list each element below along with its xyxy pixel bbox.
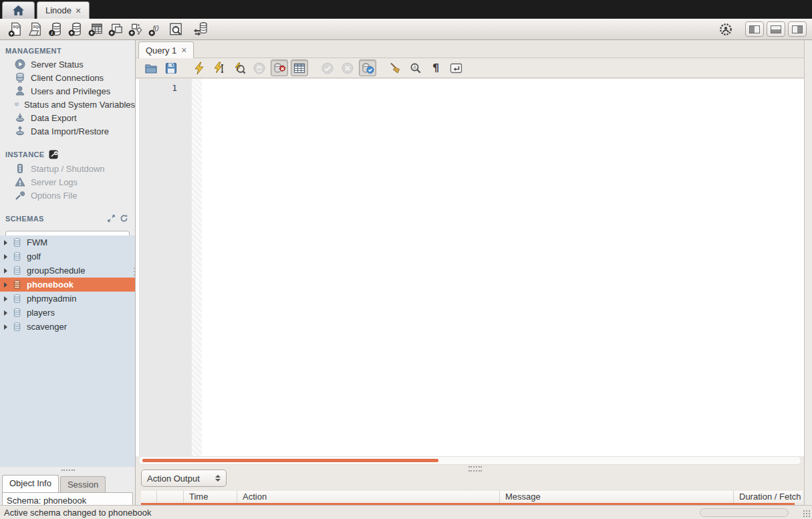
sidebar-item-status-system-variables[interactable]: Status and System Variables <box>0 98 135 111</box>
explain-magnifier-bolt-icon <box>233 62 246 75</box>
bottom-panel-icon <box>771 25 781 33</box>
beautify-script-button[interactable] <box>387 60 404 76</box>
expand-arrow-icon[interactable] <box>4 324 7 330</box>
view-plus-icon <box>108 21 124 37</box>
schema-row-fwm[interactable]: FWM <box>0 235 135 249</box>
sidebar-item-users-privileges[interactable]: Users and Privileges <box>0 84 135 98</box>
explain-plan-button[interactable] <box>231 60 248 76</box>
expand-arrow-icon[interactable] <box>4 254 7 260</box>
commit-button[interactable] <box>319 60 336 76</box>
editor-text-area[interactable] <box>202 79 804 456</box>
column-header-message[interactable]: Message <box>500 491 734 503</box>
open-sql-script-button[interactable]: SQL <box>25 20 45 39</box>
column-header-blank1[interactable] <box>141 491 157 503</box>
stop-hand-icon <box>253 62 265 74</box>
schema-row-players[interactable]: players <box>0 306 135 320</box>
database-icon <box>12 322 22 332</box>
sidebar-item-server-logs[interactable]: Server Logs <box>0 175 135 189</box>
open-file-button[interactable] <box>142 60 160 76</box>
search-table-data-button[interactable] <box>166 20 186 39</box>
schema-name: phpmyadmin <box>27 294 76 304</box>
column-header-duration-fetch[interactable]: Duration / Fetch <box>734 491 803 503</box>
sidebar-splitter-grip[interactable] <box>61 470 75 472</box>
expand-arrow-icon[interactable] <box>4 268 7 274</box>
schemas-title: SCHEMAS <box>5 215 44 223</box>
column-label: Time <box>189 492 208 502</box>
schema-name: phonebook <box>27 280 74 290</box>
sql-editor[interactable]: 1 <box>136 79 804 456</box>
toggle-bottom-panel-button[interactable] <box>767 21 785 37</box>
sidebar-item-label: Data Import/Restore <box>31 126 109 136</box>
create-view-button[interactable] <box>106 20 126 39</box>
broom-icon <box>389 62 402 75</box>
schema-row-scavenger[interactable]: scavenger <box>0 320 135 334</box>
create-schema-button[interactable] <box>65 20 86 39</box>
close-query-tab-icon[interactable]: × <box>181 45 186 55</box>
column-header-time[interactable]: Time <box>184 491 237 503</box>
line-number-gutter: 1 <box>140 79 192 456</box>
schema-row-phonebook[interactable]: phonebook <box>0 278 135 292</box>
execute-script-button[interactable] <box>190 60 208 76</box>
sidebar-item-label: Client Connections <box>31 73 104 83</box>
autocommit-db-check-icon <box>361 62 374 75</box>
column-header-blank2[interactable] <box>157 491 184 503</box>
sidebar-item-data-import[interactable]: Data Import/Restore <box>0 124 135 138</box>
find-button[interactable]: A <box>407 60 424 76</box>
refresh-icon[interactable] <box>120 214 128 223</box>
preferences-button[interactable] <box>716 20 736 39</box>
column-header-action[interactable]: Action <box>237 491 500 503</box>
limit-rows-button[interactable] <box>291 60 308 76</box>
schema-inspector-button[interactable]: i <box>45 20 65 39</box>
close-tab-icon[interactable]: × <box>76 6 81 15</box>
toggle-word-wrap-button[interactable] <box>447 60 464 76</box>
editor-hscrollbar-thumb[interactable] <box>142 459 438 462</box>
stop-query-button[interactable] <box>251 60 268 76</box>
sidebar-item-server-status[interactable]: Server Status <box>0 58 135 71</box>
create-function-button[interactable]: f() <box>146 20 166 39</box>
database-plus-icon <box>67 21 84 37</box>
expand-arrow-icon[interactable] <box>4 310 7 316</box>
save-button[interactable] <box>162 60 180 76</box>
management-title: MANAGEMENT <box>5 47 61 55</box>
toggle-autocommit-button[interactable] <box>359 60 376 76</box>
code-fold-strip <box>192 79 202 456</box>
schema-row-groupschedule[interactable]: groupSchedule <box>0 264 135 278</box>
reconnect-dbms-button[interactable] <box>190 20 210 39</box>
tab-query-1[interactable]: Query 1 × <box>138 41 194 58</box>
window-resize-grip-icon[interactable] <box>803 510 810 517</box>
query-editor-toolbar: A ¶ <box>136 58 804 78</box>
sidebar-item-options-file[interactable]: Options File <box>0 189 135 202</box>
new-sql-editor-button[interactable]: SQL <box>5 20 25 39</box>
database-icon <box>12 308 22 318</box>
pilcrow-icon: ¶ <box>432 62 439 74</box>
sidebar-item-data-export[interactable]: Data Export <box>0 111 135 124</box>
toggle-right-panel-button[interactable] <box>788 21 807 37</box>
editor-hscrollbar[interactable] <box>138 456 801 465</box>
expand-icon[interactable] <box>107 214 116 223</box>
sidebar-item-startup-shutdown[interactable]: Startup / Shutdown <box>0 162 135 175</box>
tab-session[interactable]: Session <box>60 476 106 492</box>
output-splitter-grip[interactable] <box>468 466 482 472</box>
create-procedure-button[interactable] <box>126 20 146 39</box>
schema-row-golf[interactable]: golf <box>0 249 135 264</box>
sidebar-item-label: Options File <box>31 191 77 201</box>
toggle-stop-on-error-button[interactable] <box>271 60 288 76</box>
create-table-button[interactable] <box>86 20 106 39</box>
database-icon <box>12 294 22 304</box>
column-label: Duration / Fetch <box>739 492 801 502</box>
query-tab-bar: Query 1 × <box>136 40 804 58</box>
tab-object-info[interactable]: Object Info <box>2 475 59 492</box>
toggle-left-panel-button[interactable] <box>745 21 764 37</box>
sidebar-item-client-connections[interactable]: Client Connections <box>0 71 135 84</box>
connection-tab[interactable]: Linode × <box>37 1 90 19</box>
toggle-invisible-characters-button[interactable]: ¶ <box>427 60 444 76</box>
home-tab[interactable] <box>2 1 35 19</box>
output-view-selector[interactable]: Action Output <box>141 470 227 487</box>
schema-row-phpmyadmin[interactable]: phpmyadmin <box>0 292 135 306</box>
expand-arrow-icon[interactable] <box>4 296 7 302</box>
expand-arrow-icon[interactable] <box>4 240 7 245</box>
rollback-button[interactable] <box>339 60 356 76</box>
execute-current-statement-button[interactable] <box>211 60 228 76</box>
expand-arrow-icon[interactable] <box>4 282 7 288</box>
schemas-section-header: SCHEMAS <box>0 202 135 225</box>
